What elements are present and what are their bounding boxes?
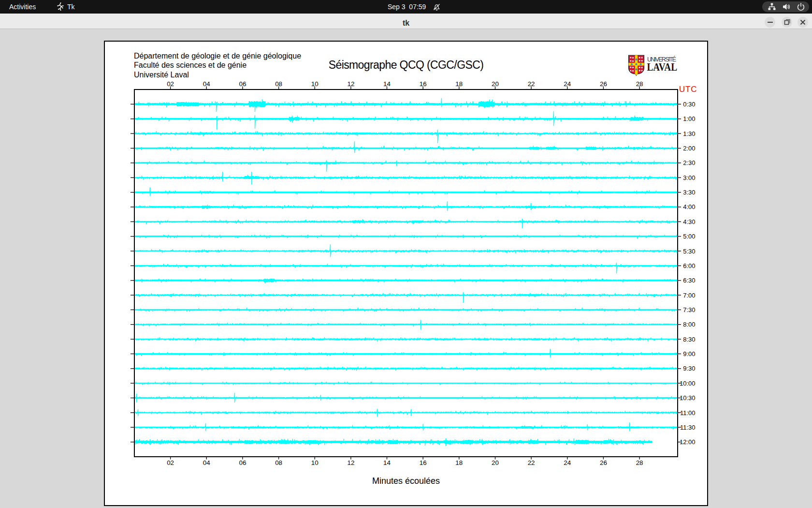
svg-text:UTC: UTC (679, 85, 697, 94)
svg-text:2:30: 2:30 (683, 159, 695, 166)
svg-text:3:00: 3:00 (683, 174, 695, 181)
svg-text:6:00: 6:00 (683, 262, 695, 269)
svg-text:08: 08 (275, 80, 282, 88)
svg-text:04: 04 (203, 459, 210, 466)
svg-text:24: 24 (564, 459, 571, 466)
svg-text:6:30: 6:30 (683, 277, 695, 284)
svg-text:20: 20 (492, 459, 499, 466)
svg-text:16: 16 (420, 80, 427, 88)
svg-text:22: 22 (528, 80, 535, 88)
svg-text:10: 10 (311, 80, 319, 88)
svg-text:0:30: 0:30 (683, 101, 695, 108)
svg-text:2:00: 2:00 (683, 145, 695, 152)
svg-text:02: 02 (167, 459, 174, 466)
svg-text:16: 16 (420, 459, 427, 466)
svg-text:3:30: 3:30 (683, 189, 695, 196)
svg-text:1:00: 1:00 (683, 115, 695, 122)
svg-text:20: 20 (492, 80, 499, 88)
svg-text:1:30: 1:30 (683, 130, 695, 137)
svg-text:22: 22 (528, 459, 535, 466)
svg-text:12: 12 (347, 459, 354, 466)
svg-text:10:00: 10:00 (680, 380, 696, 387)
svg-text:11:30: 11:30 (680, 424, 696, 431)
svg-text:26: 26 (600, 80, 607, 88)
svg-text:06: 06 (239, 459, 246, 466)
svg-text:18: 18 (455, 80, 463, 88)
svg-text:28: 28 (636, 459, 643, 466)
svg-text:7:30: 7:30 (683, 306, 695, 314)
svg-text:02: 02 (167, 80, 174, 88)
svg-text:24: 24 (564, 80, 571, 88)
svg-text:18: 18 (455, 459, 463, 466)
svg-text:11:00: 11:00 (680, 409, 696, 417)
svg-text:9:30: 9:30 (683, 365, 695, 372)
svg-text:8:00: 8:00 (683, 321, 695, 328)
svg-text:9:00: 9:00 (683, 350, 695, 358)
svg-text:08: 08 (275, 459, 282, 466)
svg-text:06: 06 (239, 80, 246, 88)
svg-text:8:30: 8:30 (683, 336, 695, 343)
svg-text:4:00: 4:00 (683, 203, 695, 210)
svg-text:10:30: 10:30 (680, 394, 696, 402)
svg-text:04: 04 (203, 80, 210, 88)
svg-text:4:30: 4:30 (683, 218, 695, 225)
svg-text:14: 14 (383, 459, 391, 466)
svg-text:5:00: 5:00 (683, 233, 695, 240)
svg-text:28: 28 (636, 80, 643, 88)
svg-text:12: 12 (347, 80, 354, 88)
svg-text:12:00: 12:00 (680, 438, 696, 446)
svg-text:14: 14 (383, 80, 391, 88)
svg-text:10: 10 (311, 459, 319, 466)
svg-text:7:00: 7:00 (683, 292, 695, 299)
svg-text:26: 26 (600, 459, 607, 466)
svg-text:5:30: 5:30 (683, 248, 695, 255)
